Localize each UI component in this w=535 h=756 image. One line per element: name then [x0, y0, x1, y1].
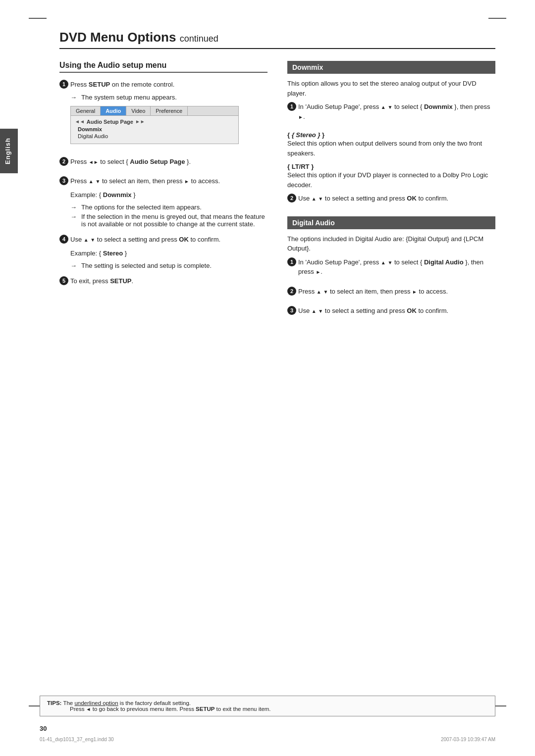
- step-4-arrow: → The setting is selected and setup is c…: [70, 262, 268, 269]
- menu-item-digital-audio: Digital Audio: [75, 133, 234, 140]
- digital-audio-step-2: 2 Press to select an item, then press to…: [287, 287, 495, 301]
- corner-line-tr: [488, 18, 506, 19]
- arrow-icon: →: [70, 213, 79, 220]
- digital-audio-title-bar: Digital Audio: [287, 216, 495, 229]
- two-col-layout: Using the Audio setup menu 1 Press SETUP…: [59, 61, 495, 326]
- right-column: Downmix This option allows you to set th…: [287, 61, 495, 326]
- downmix-step-1-num: 1: [287, 102, 296, 111]
- digital-audio-step-3: 3 Use to select a setting and press OK t…: [287, 306, 495, 320]
- arrow-icon: →: [70, 203, 79, 211]
- step-3-arrow-2: → If the selection in the menu is greyed…: [70, 213, 268, 228]
- digital-audio-step-1-num: 1: [287, 257, 296, 266]
- digital-audio-step-3-content: Use to select a setting and press OK to …: [298, 306, 495, 320]
- stereo-subsection: { { Stereo } } Select this option when o…: [287, 131, 495, 158]
- step-2-text: Press to select { Audio Setup Page }.: [70, 157, 268, 167]
- step-5-number: 5: [59, 276, 68, 285]
- ltrt-desc: Select this option if your DVD player is…: [287, 170, 495, 190]
- digital-audio-step-1-text: In 'Audio Setup Page', press to select {…: [298, 257, 495, 277]
- digital-audio-step-3-text: Use to select a setting and press OK to …: [298, 306, 495, 316]
- step-5-content: To exit, press SETUP.: [70, 276, 268, 290]
- arrow-icon: →: [70, 262, 79, 269]
- menu-item-downmix: Downmix: [75, 126, 234, 133]
- side-tab: English: [0, 129, 18, 173]
- page-title: DVD Menu Options continued: [59, 30, 495, 49]
- ltrt-subsection: { LT/RT } Select this option if your DVD…: [287, 163, 495, 190]
- digital-audio-step-2-content: Press to select an item, then press to a…: [298, 287, 495, 301]
- step-1-arrow-text: The system setup menu appears.: [81, 94, 177, 101]
- left-section-heading: Using the Audio setup menu: [59, 61, 268, 73]
- downmix-intro: This option allows you to set the stereo…: [287, 79, 495, 98]
- arrow-icon: →: [70, 94, 79, 101]
- page-number: 30: [40, 725, 47, 732]
- menu-tab-video: Video: [126, 106, 151, 115]
- downmix-step-2-num: 2: [287, 194, 296, 202]
- step-4-arrow-text: The setting is selected and setup is com…: [81, 262, 212, 269]
- digital-audio-step-2-text: Press to select an item, then press to a…: [298, 287, 495, 297]
- digital-audio-step-3-num: 3: [287, 306, 296, 315]
- downmix-step-1-content: In 'Audio Setup Page', press to select {…: [298, 102, 495, 125]
- footer-left: 01-41_dvp1013_37_eng1.indd 30: [40, 737, 114, 742]
- menu-nav-row: ◄◄ Audio Setup Page ►►: [75, 118, 234, 126]
- menu-page-label: Audio Setup Page: [87, 119, 133, 125]
- page-title-continued: continued: [180, 34, 218, 44]
- footer-info: 01-41_dvp1013_37_eng1.indd 30 2007-03-19…: [40, 737, 495, 742]
- step-1-text: Press SETUP on the remote control.: [70, 80, 268, 90]
- step-2-content: Press to select { Audio Setup Page }.: [70, 157, 268, 171]
- menu-body: ◄◄ Audio Setup Page ►► Downmix Digital A…: [71, 116, 238, 144]
- tips-line2: Press to go back to previous menu item. …: [47, 706, 271, 712]
- step-2-number: 2: [59, 157, 68, 166]
- nav-arrows-right: ►►: [135, 119, 145, 124]
- downmix-step-2-text: Use to select a setting and press OK to …: [298, 194, 495, 203]
- step-4-text: Use to select a setting and press OK to …: [70, 235, 268, 245]
- page: English DVD Menu Options continued Using…: [0, 0, 535, 756]
- downmix-title-bar: Downmix: [287, 61, 495, 74]
- tips-box: TIPS: The underlined option is the facto…: [40, 696, 495, 716]
- tips-line1: The underlined option is the factory def…: [63, 700, 191, 706]
- menu-tab-general: General: [71, 106, 101, 115]
- step-3-arrow-1: → The options for the selected item appe…: [70, 203, 268, 211]
- step-1-arrow: → The system setup menu appears.: [70, 94, 268, 101]
- page-title-text: DVD Menu Options: [59, 30, 176, 45]
- step-4: 4 Use to select a setting and press OK t…: [59, 235, 268, 270]
- step-1-content: Press SETUP on the remote control. → The…: [70, 80, 268, 151]
- step-3-example: Example: { Downmix }: [70, 190, 268, 200]
- menu-simulation: General Audio Video Preference ◄◄ Audio …: [70, 106, 239, 144]
- step-3-content: Press to select an item, then press to a…: [70, 176, 268, 229]
- stereo-title: { { Stereo } }: [287, 131, 495, 139]
- left-column: Using the Audio setup menu 1 Press SETUP…: [59, 61, 268, 326]
- downmix-step-2: 2 Use to select a setting and press OK t…: [287, 194, 495, 207]
- downmix-step-1: 1 In 'Audio Setup Page', press to select…: [287, 102, 495, 125]
- menu-tab-preference: Preference: [151, 106, 188, 115]
- step-2: 2 Press to select { Audio Setup Page }.: [59, 157, 268, 171]
- step-3: 3 Press to select an item, then press to…: [59, 176, 268, 229]
- step-3-text: Press to select an item, then press to a…: [70, 176, 268, 186]
- step-4-number: 4: [59, 235, 68, 244]
- digital-audio-step-1-content: In 'Audio Setup Page', press to select {…: [298, 257, 495, 281]
- step-5-text: To exit, press SETUP.: [70, 276, 268, 286]
- step-4-example: Example: { Stereo }: [70, 249, 268, 258]
- stereo-desc: Select this option when output delivers …: [287, 139, 495, 158]
- step-1-number: 1: [59, 80, 68, 89]
- step-1: 1 Press SETUP on the remote control. → T…: [59, 80, 268, 151]
- digital-audio-intro: The options included in Digital Audio ar…: [287, 234, 495, 253]
- step-5: 5 To exit, press SETUP.: [59, 276, 268, 290]
- downmix-step-1-text: In 'Audio Setup Page', press to select {…: [298, 102, 495, 121]
- step-3-arrow-2-text: If the selection in the menu is greyed o…: [81, 213, 268, 228]
- digital-audio-step-2-num: 2: [287, 287, 296, 296]
- footer-right: 2007-03-19 10:39:47 AM: [441, 737, 495, 742]
- corner-line-tl: [29, 18, 47, 19]
- ltrt-title: { LT/RT }: [287, 163, 495, 170]
- step-4-content: Use to select a setting and press OK to …: [70, 235, 268, 270]
- menu-tabs: General Audio Video Preference: [71, 106, 238, 116]
- nav-arrows: ◄◄: [75, 119, 85, 124]
- tips-label: TIPS:: [47, 700, 61, 706]
- menu-tab-audio: Audio: [101, 106, 126, 115]
- downmix-step-2-content: Use to select a setting and press OK to …: [298, 194, 495, 207]
- step-3-arrow-1-text: The options for the selected item appear…: [81, 203, 202, 211]
- digital-audio-step-1: 1 In 'Audio Setup Page', press to select…: [287, 257, 495, 281]
- step-3-number: 3: [59, 176, 68, 185]
